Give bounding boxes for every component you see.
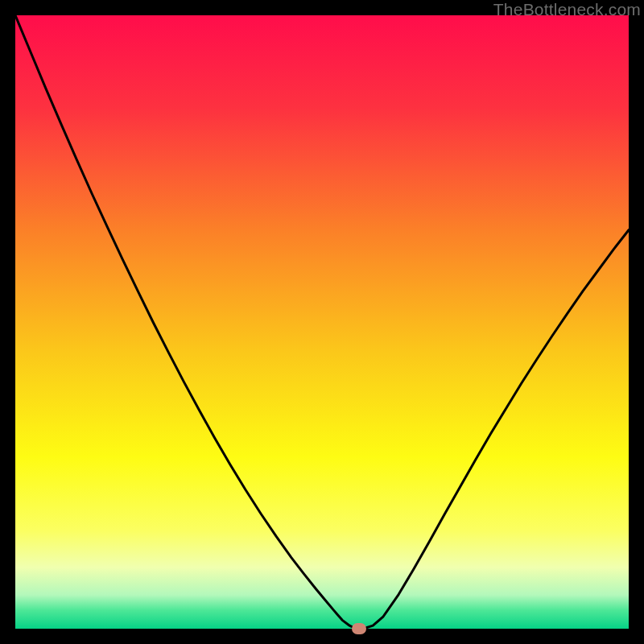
chart-frame: TheBottleneck.com	[0, 0, 644, 644]
optimum-marker	[352, 623, 366, 634]
watermark-text: TheBottleneck.com	[493, 0, 641, 19]
bottleneck-curve	[15, 15, 629, 629]
plot-area	[15, 15, 629, 629]
